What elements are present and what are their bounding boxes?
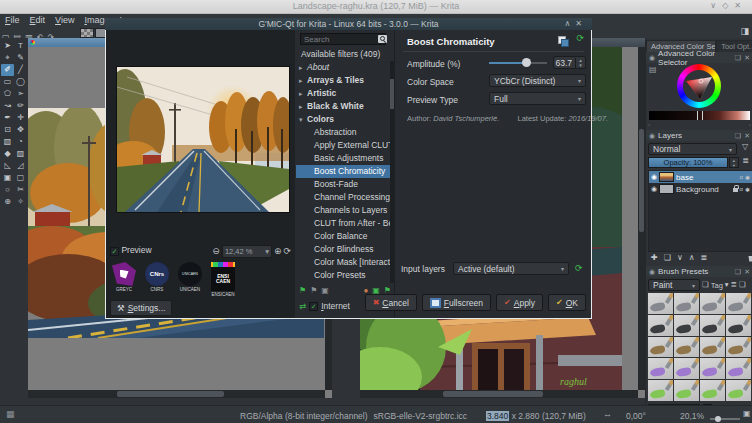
- image-size-status[interactable]: 3.840 x 2.880 (120,7 MiB): [486, 411, 586, 421]
- filter-about[interactable]: ▸About: [296, 61, 390, 74]
- float-icon[interactable]: ❏: [735, 132, 741, 140]
- menu-file[interactable]: File: [0, 14, 25, 25]
- menu-view[interactable]: View: [50, 14, 79, 25]
- tool-freehand-brush-icon[interactable]: ✐: [1, 64, 14, 76]
- remove-favorite-icon[interactable]: ⚑: [310, 287, 317, 295]
- zoom-slider[interactable]: [710, 418, 740, 420]
- add-layer-icon[interactable]: ✚: [651, 254, 658, 262]
- refresh-layers-icon[interactable]: ⟳: [575, 264, 583, 273]
- duplicate-layer-icon[interactable]: ❏: [664, 254, 671, 262]
- tool-rectangle-icon[interactable]: ▭: [1, 76, 14, 88]
- layer-properties-icon[interactable]: ✱: [745, 186, 750, 193]
- tool-bezier-icon[interactable]: ↝: [1, 100, 14, 112]
- preview-checkbox-label[interactable]: Preview: [121, 245, 151, 255]
- filter-apply-external-clut[interactable]: Apply External CLUT: [296, 139, 390, 152]
- tool-zoom-icon[interactable]: ⊕: [1, 196, 14, 208]
- zoom-in-icon[interactable]: ⊕: [274, 247, 282, 256]
- alpha-lock-icon[interactable]: α: [740, 174, 743, 180]
- brush-tag-select[interactable]: Paint▾: [648, 279, 700, 291]
- float-icon[interactable]: ❏: [735, 54, 741, 62]
- input-layers-select[interactable]: Active (default)▾: [453, 262, 569, 275]
- internet-checkbox-label[interactable]: Internet: [321, 301, 350, 311]
- brush-preset-thumbnail[interactable]: [726, 315, 751, 336]
- tool-polygon-icon[interactable]: ⬠: [1, 88, 14, 100]
- tool-measure-icon[interactable]: ◿: [14, 160, 27, 172]
- tool-edit-shapes-icon[interactable]: ✎: [14, 52, 27, 64]
- tool-transform-icon[interactable]: ⌖: [1, 52, 14, 64]
- tool-ellipse-icon[interactable]: ◯: [14, 76, 27, 88]
- layer-options-icon[interactable]: ≣: [740, 157, 751, 168]
- move-layer-down-icon[interactable]: ∨: [677, 254, 683, 262]
- filter-color-blindness[interactable]: Color Blindness: [296, 243, 390, 256]
- expand-arrow-icon[interactable]: ▸: [296, 87, 307, 100]
- reset-zoom-icon[interactable]: ⟳: [283, 247, 291, 256]
- tool-gradient-icon[interactable]: ▧: [1, 136, 14, 148]
- close-icon[interactable]: ✕: [744, 268, 750, 276]
- brush-preset-thumbnail[interactable]: [674, 337, 699, 358]
- blend-mode-select[interactable]: Normal▾: [648, 143, 737, 155]
- brush-preset-thumbnail[interactable]: [700, 315, 725, 336]
- color-history-dot[interactable]: ◦: [648, 122, 650, 128]
- layer-properties-icon[interactable]: ≣: [701, 254, 708, 262]
- tool-dynamic-brush-icon[interactable]: ✒: [1, 112, 14, 124]
- saturation-value-triangle[interactable]: [684, 71, 714, 101]
- filter-preview-image[interactable]: [116, 66, 290, 213]
- tool-text-icon[interactable]: T: [14, 40, 27, 52]
- close-icon[interactable]: ✕: [744, 54, 750, 62]
- brush-preset-thumbnail[interactable]: [700, 380, 725, 401]
- brush-preset-thumbnail[interactable]: [648, 337, 673, 358]
- tool-move-icon[interactable]: ✥: [14, 124, 27, 136]
- canvas-horizontal-scrollbar[interactable]: [360, 390, 638, 398]
- search-icon[interactable]: [378, 35, 387, 43]
- layer-properties-icon[interactable]: ✱: [745, 174, 750, 181]
- opacity-spinner[interactable]: ▴▾: [729, 157, 739, 168]
- zoom-value[interactable]: 20,1%: [680, 411, 704, 421]
- filter-channel-processing[interactable]: Channel Processing: [296, 191, 390, 204]
- expand-arrow-icon[interactable]: ▸: [296, 100, 307, 113]
- brush-preset-thumbnail[interactable]: [648, 293, 673, 314]
- hue-ring[interactable]: [677, 64, 721, 108]
- filter-color-mask-interactive[interactable]: Color Mask [Interactive]: [296, 256, 390, 269]
- amplitude-spinbox[interactable]: 63.7 ▴▾: [553, 56, 586, 69]
- brush-preset-thumbnail[interactable]: [726, 293, 751, 314]
- tool-multibrush-icon[interactable]: ✛: [14, 112, 27, 124]
- brush-preset-thumbnail[interactable]: [674, 358, 699, 379]
- tool-fill-icon[interactable]: ◆: [1, 148, 14, 160]
- brush-preset-thumbnail[interactable]: [700, 293, 725, 314]
- filter-color-presets[interactable]: Color Presets: [296, 269, 390, 282]
- tool-assistants-icon[interactable]: ◺: [1, 160, 14, 172]
- expand-arrow-icon[interactable]: ▸: [296, 61, 307, 74]
- settings-button[interactable]: ⚒ Settings...: [110, 300, 172, 316]
- tool-select-lasso-icon[interactable]: ✂: [14, 184, 27, 196]
- minimize-icon[interactable]: ∨: [710, 1, 722, 10]
- brush-preset-thumbnail[interactable]: [674, 380, 699, 401]
- close-icon[interactable]: ✕: [734, 1, 747, 10]
- filter-artistic[interactable]: ▸Artistic: [296, 87, 390, 100]
- tag-label[interactable]: Tag: [711, 281, 723, 290]
- apply-button[interactable]: ✔ Apply: [496, 294, 543, 311]
- cancel-button[interactable]: ✖ Cancel: [365, 294, 417, 311]
- tool-pattern-icon[interactable]: ▨: [14, 148, 27, 160]
- reset-parameters-icon[interactable]: ⟳: [576, 34, 584, 43]
- close-icon[interactable]: ✕: [744, 132, 750, 140]
- filter-search-input[interactable]: [300, 33, 386, 45]
- filter-colors[interactable]: ▾Colors: [296, 113, 390, 126]
- layer-row-background[interactable]: ◉ Background α ✱: [649, 183, 752, 195]
- tag-icon[interactable]: ❏: [702, 281, 709, 289]
- alpha-lock-icon[interactable]: α: [740, 186, 743, 192]
- memory-icon[interactable]: ▦: [6, 410, 15, 419]
- mirror-icon[interactable]: ↔: [603, 410, 612, 419]
- menu-edit[interactable]: Edit: [25, 14, 51, 25]
- amplitude-slider[interactable]: [489, 56, 547, 69]
- brush-preset-thumbnail[interactable]: [648, 315, 673, 336]
- filter-color-balance[interactable]: Color Balance: [296, 230, 390, 243]
- grid-view-icon[interactable]: ❏: [739, 281, 746, 289]
- rotation-value[interactable]: 0,00°: [626, 411, 646, 421]
- lightness-strip[interactable]: [649, 111, 750, 120]
- filter-clut-from-after-before[interactable]: CLUT from After - Before: [296, 217, 390, 230]
- canvas-horizontal-scrollbar[interactable]: [28, 390, 325, 398]
- dialog-controls[interactable]: ∧✕: [564, 19, 587, 28]
- visibility-eye-icon[interactable]: ◉: [651, 185, 657, 193]
- expand-arrow-icon[interactable]: ▸: [296, 74, 307, 87]
- layer-name[interactable]: base: [676, 173, 737, 182]
